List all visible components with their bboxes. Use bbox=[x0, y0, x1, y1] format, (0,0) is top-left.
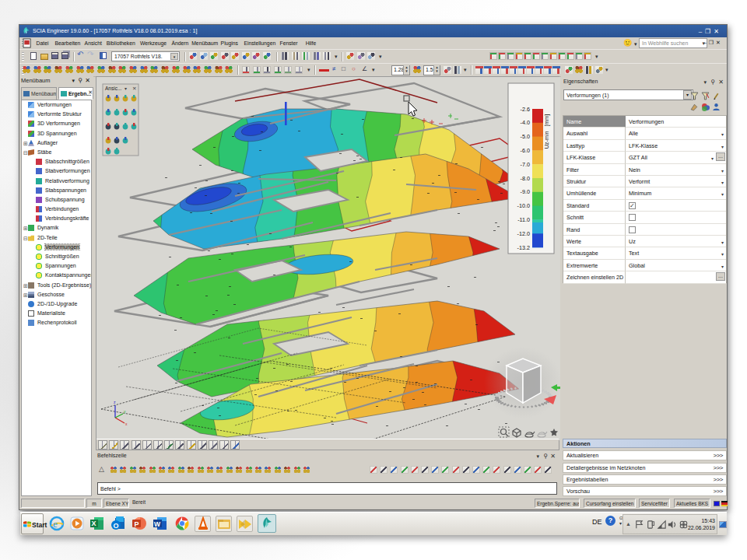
svg-text:✕: ✕ bbox=[132, 86, 136, 91]
svg-text:-6.0: -6.0 bbox=[521, 147, 530, 154]
svg-text:-8.0: -8.0 bbox=[521, 175, 530, 182]
svg-text:-9.0: -9.0 bbox=[521, 188, 530, 195]
svg-text:-4.0: -4.0 bbox=[521, 119, 530, 126]
svg-text:-2.6: -2.6 bbox=[521, 106, 530, 113]
svg-text:-5.0: -5.0 bbox=[521, 133, 530, 140]
svg-text:-7.0: -7.0 bbox=[521, 161, 530, 168]
svg-text:Uz-min [mm]: Uz-min [mm] bbox=[543, 114, 550, 149]
svg-text:-11.0: -11.0 bbox=[517, 216, 530, 223]
svg-text:W: W bbox=[154, 520, 161, 528]
svg-text:-10.0: -10.0 bbox=[517, 202, 530, 209]
svg-text:▾: ▾ bbox=[124, 86, 127, 91]
svg-text:P: P bbox=[135, 520, 139, 528]
svg-text:-13.2: -13.2 bbox=[517, 244, 530, 251]
svg-text:e: e bbox=[53, 518, 58, 530]
svg-text:O: O bbox=[114, 522, 119, 530]
svg-text:X: X bbox=[92, 520, 96, 527]
svg-text:Ansic...: Ansic... bbox=[105, 86, 122, 91]
svg-text:-12.0: -12.0 bbox=[517, 230, 530, 237]
